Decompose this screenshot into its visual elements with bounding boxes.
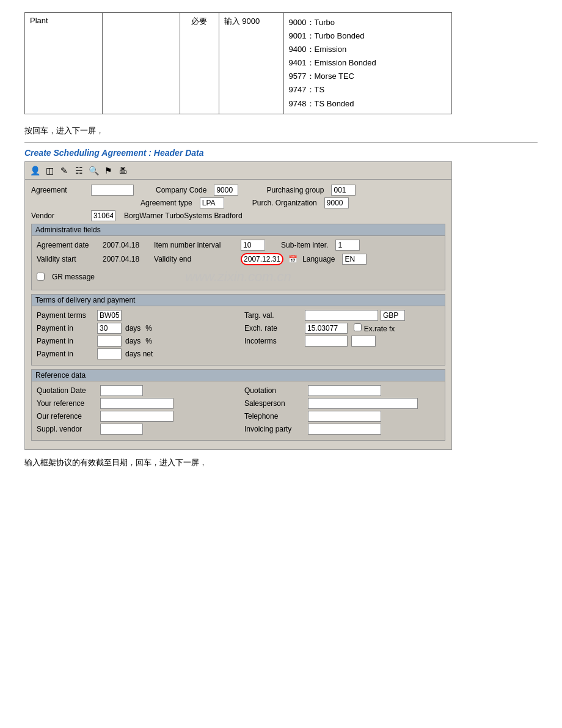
plant-value-cell: 输入 9000: [219, 13, 283, 114]
language-label: Language: [302, 255, 335, 263]
gr-message-checkbox[interactable]: [37, 273, 45, 281]
salesperson-label: Salesperson: [244, 399, 305, 408]
calendar-icon[interactable]: 📅: [288, 255, 297, 263]
payment-terms-input[interactable]: [97, 310, 122, 321]
days-label-1: days: [125, 324, 140, 333]
header-fields-section: Agreement Company Code Purchasing group …: [31, 185, 445, 221]
plant-option-7: 9748：TS Bonded: [289, 97, 447, 111]
validity-end-input[interactable]: [241, 253, 283, 265]
targ-val-row: Targ. val.: [244, 310, 440, 321]
reference-section-body: Quotation Date Your reference Our refere…: [32, 381, 445, 440]
agreement-label: Agreement: [31, 186, 86, 194]
payment-in-2-days-input[interactable]: [97, 336, 122, 347]
sap-toolbar: 👤 ◫ ✎ ☵ 🔍 ⚑ 🖶: [25, 162, 451, 180]
reference-section-header: Reference data: [32, 370, 445, 381]
exch-rate-input[interactable]: [305, 323, 348, 334]
payment-in-1-label: Payment in: [37, 324, 95, 333]
admin-row-1: Agreement date 2007.04.18 Item number in…: [37, 240, 440, 251]
targ-val-label: Targ. val.: [244, 311, 302, 320]
payment-in-3-label: Payment in: [37, 350, 95, 358]
purch-org-input[interactable]: [324, 197, 349, 208]
purchasing-group-label: Purchasing group: [266, 186, 324, 194]
agreement-date-value: 2007.04.18: [103, 241, 139, 249]
plant-option-2: 9001：Turbo Bonded: [289, 29, 447, 43]
validity-start-label: Validity start: [37, 255, 98, 263]
purchasing-group-input[interactable]: [331, 185, 356, 196]
our-reference-row: Our reference: [37, 411, 232, 422]
payment-section: Terms of delivery and payment Payment te…: [31, 294, 445, 366]
payment-left: Payment terms Payment in days % Payment …: [37, 310, 232, 361]
item-number-interval-input[interactable]: [241, 240, 265, 251]
payment-in-1-days-input[interactable]: [97, 323, 122, 334]
currency-input[interactable]: [381, 310, 405, 321]
suppl-vendor-input[interactable]: [100, 424, 143, 435]
header-row-2: Agreement type Purch. Organization: [31, 197, 445, 208]
company-code-input[interactable]: [214, 185, 238, 196]
payment-in-1-row: Payment in days %: [37, 323, 232, 334]
admin-section-body: Agreement date 2007.04.18 Item number in…: [32, 236, 445, 290]
toolbar-print-icon[interactable]: 🖶: [117, 164, 129, 177]
gr-message-label: GR message: [52, 273, 95, 281]
admin-section-header: Administrative fields: [32, 224, 445, 236]
telephone-input[interactable]: [308, 411, 381, 422]
footer-instruction: 输入框架协议的有效截至日期，回车，进入下一屏，: [24, 457, 538, 468]
sap-form-body: Agreement Company Code Purchasing group …: [25, 180, 451, 449]
our-reference-input[interactable]: [100, 411, 173, 422]
reference-section: Reference data Quotation Date Your refer…: [31, 369, 445, 441]
agreement-type-input[interactable]: [200, 197, 224, 208]
payment-terms-label: Payment terms: [37, 311, 95, 320]
salesperson-input[interactable]: [308, 398, 418, 409]
toolbar-edit-icon[interactable]: ✎: [58, 164, 70, 177]
quotation-date-input[interactable]: [100, 385, 143, 396]
payment-in-3-days-input[interactable]: [97, 348, 122, 359]
toolbar-person-icon[interactable]: 👤: [29, 164, 41, 177]
agreement-type-label: Agreement type: [140, 199, 192, 207]
payment-section-header: Terms of delivery and payment: [32, 295, 445, 306]
payment-in-3-row: Payment in days net: [37, 348, 232, 359]
your-reference-label: Your reference: [37, 399, 98, 408]
incoterms-row: Incoterms: [244, 336, 440, 347]
reference-grid: Quotation Date Your reference Our refere…: [37, 385, 440, 436]
incoterms-detail-input[interactable]: [351, 336, 376, 347]
ex-rate-fx-checkbox[interactable]: [354, 323, 362, 331]
exch-rate-row: Exch. rate Ex.rate fx: [244, 323, 440, 334]
quotation-input[interactable]: [308, 385, 381, 396]
plant-option-1: 9000：Turbo: [289, 16, 447, 29]
plant-option-6: 9747：TS: [289, 83, 447, 97]
your-reference-row: Your reference: [37, 398, 232, 409]
invoicing-party-row: Invoicing party: [244, 424, 440, 435]
required-label: 必要: [180, 13, 219, 114]
payment-terms-row: Payment terms: [37, 310, 232, 321]
agreement-input[interactable]: [91, 185, 134, 196]
reference-left: Quotation Date Your reference Our refere…: [37, 385, 232, 436]
validity-end-label: Validity end: [154, 255, 233, 263]
quotation-date-row: Quotation Date: [37, 385, 232, 396]
vendor-code-input[interactable]: [91, 210, 115, 221]
toolbar-list-icon[interactable]: ☵: [73, 164, 85, 177]
incoterms-input[interactable]: [305, 336, 348, 347]
ex-rate-fx-label: Ex.rate fx: [364, 325, 395, 333]
item-number-interval-label: Item number interval: [154, 241, 233, 249]
your-reference-input[interactable]: [100, 398, 173, 409]
language-input[interactable]: [342, 254, 367, 265]
telephone-label: Telephone: [244, 412, 305, 421]
company-code-label: Company Code: [156, 186, 206, 194]
toolbar-search-icon[interactable]: 🔍: [87, 164, 100, 177]
vendor-label: Vendor: [31, 211, 86, 220]
toolbar-grid-icon[interactable]: ◫: [43, 164, 56, 177]
plant-option-3: 9400：Emission: [289, 43, 447, 56]
suppl-vendor-label: Suppl. vendor: [37, 425, 98, 433]
quotation-label: Quotation: [244, 386, 305, 395]
suppl-vendor-row: Suppl. vendor: [37, 424, 232, 435]
pct-1: %: [145, 324, 152, 333]
toolbar-flag-icon[interactable]: ⚑: [102, 164, 114, 177]
admin-row-3: GR message www.zixin.com.cn: [37, 268, 440, 286]
purch-org-label: Purch. Organization: [252, 199, 317, 207]
invoicing-party-input[interactable]: [308, 424, 381, 435]
exch-rate-label: Exch. rate: [244, 324, 302, 333]
payment-grid: Payment terms Payment in days % Payment …: [37, 310, 440, 361]
quotation-row: Quotation: [244, 385, 440, 396]
sub-item-inter-input[interactable]: [335, 240, 360, 251]
quotation-date-label: Quotation Date: [37, 386, 98, 395]
targ-val-input[interactable]: [305, 310, 378, 321]
